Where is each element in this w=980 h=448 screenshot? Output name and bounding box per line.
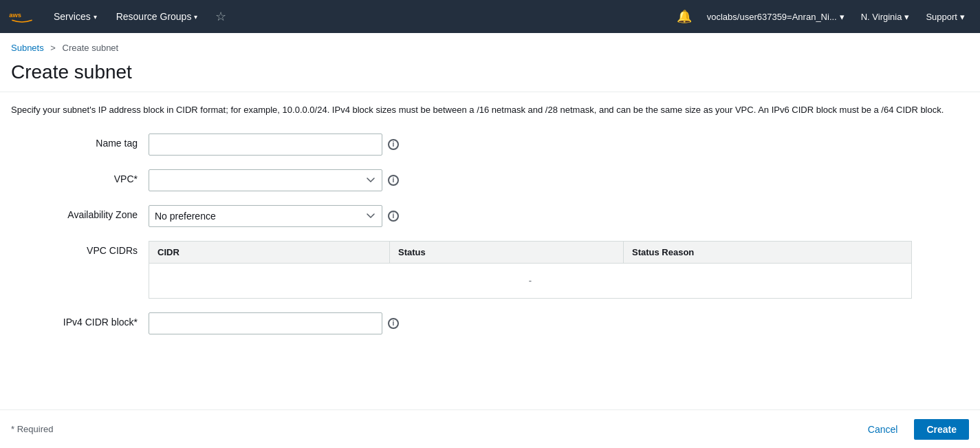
name-tag-row: Name tag i	[11, 134, 969, 156]
ipv4-cidr-label: IPv4 CIDR block*	[11, 312, 149, 328]
page-title: Create subnet	[0, 56, 980, 92]
breadcrumb-current: Create subnet	[63, 43, 119, 53]
top-navigation: aws Services ▾ Resource Groups ▾ ☆ 🔔 voc…	[0, 0, 980, 33]
breadcrumb-separator: >	[50, 43, 56, 53]
name-tag-label: Name tag	[11, 134, 149, 149]
support-label: Support	[926, 12, 957, 22]
vpc-cidrs-field: CIDR Status Status Reason -	[149, 241, 969, 299]
vpc-cidrs-table: CIDR Status Status Reason -	[149, 241, 912, 299]
resource-groups-label: Resource Groups	[116, 11, 192, 22]
name-tag-field: i	[149, 134, 969, 156]
availability-zone-label: Availability Zone	[11, 205, 149, 220]
support-menu[interactable]: Support ▾	[919, 9, 972, 25]
vpc-info-icon[interactable]: i	[388, 175, 399, 186]
ipv4-cidr-info-icon[interactable]: i	[388, 318, 399, 329]
breadcrumb: Subnets > Create subnet	[0, 33, 980, 56]
table-empty-value: -	[518, 264, 543, 297]
availability-zone-select[interactable]: No preference us-east-1a us-east-1b us-e…	[149, 205, 382, 227]
availability-zone-info-icon[interactable]: i	[388, 211, 399, 222]
svg-text:aws: aws	[9, 12, 21, 19]
ipv4-cidr-row: IPv4 CIDR block* i	[11, 312, 969, 334]
create-subnet-form: Name tag i VPC* i Availability Zone No p…	[0, 134, 980, 334]
vpc-field: i	[149, 169, 969, 191]
vpc-label: VPC*	[11, 169, 149, 184]
topnav-right: 🔔 voclabs/user637359=Anran_Ni... ▾ N. Vi…	[671, 6, 972, 27]
account-menu[interactable]: voclabs/user637359=Anran_Ni... ▾	[700, 9, 851, 25]
vpc-select[interactable]	[149, 169, 382, 191]
resource-groups-menu[interactable]: Resource Groups ▾	[109, 8, 205, 25]
title-divider	[0, 92, 980, 92]
table-header-cidr: CIDR	[149, 242, 390, 263]
availability-zone-field: No preference us-east-1a us-east-1b us-e…	[149, 205, 969, 227]
notifications-bell-icon[interactable]: 🔔	[671, 6, 697, 27]
region-caret-icon: ▾	[904, 12, 909, 22]
table-header-status: Status	[390, 242, 624, 263]
vpc-cidrs-row: VPC CIDRs CIDR Status Status Reason -	[11, 241, 969, 299]
account-caret-icon: ▾	[840, 12, 845, 22]
subnets-breadcrumb-link[interactable]: Subnets	[11, 43, 44, 53]
region-menu[interactable]: N. Virginia ▾	[854, 9, 917, 25]
table-body: -	[149, 264, 911, 298]
support-caret-icon: ▾	[960, 12, 965, 22]
table-header-reason: Status Reason	[624, 242, 911, 263]
table-header: CIDR Status Status Reason	[149, 242, 911, 264]
services-label: Services	[54, 11, 91, 22]
page-description: Specify your subnet's IP address block i…	[0, 103, 980, 134]
name-tag-info-icon[interactable]: i	[388, 139, 399, 150]
ipv4-cidr-input[interactable]	[149, 312, 382, 334]
region-label: N. Virginia	[861, 12, 902, 22]
account-label: voclabs/user637359=Anran_Ni...	[707, 12, 837, 22]
ipv4-cidr-field: i	[149, 312, 969, 334]
vpc-cidrs-label: VPC CIDRs	[11, 241, 149, 256]
vpc-row: VPC* i	[11, 169, 969, 191]
resource-groups-caret-icon: ▾	[194, 13, 197, 21]
aws-logo[interactable]: aws	[8, 7, 36, 26]
favorites-icon[interactable]: ☆	[210, 6, 232, 27]
availability-zone-row: Availability Zone No preference us-east-…	[11, 205, 969, 227]
services-caret-icon: ▾	[94, 13, 97, 21]
name-tag-input[interactable]	[149, 134, 382, 156]
services-menu[interactable]: Services ▾	[47, 8, 104, 25]
